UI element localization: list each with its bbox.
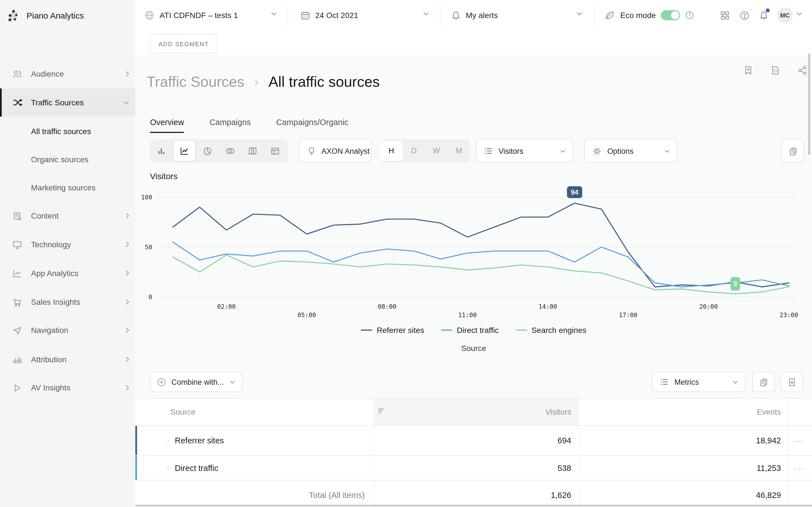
sidebar-item-navigation[interactable]: Navigation bbox=[0, 318, 135, 342]
download-button[interactable] bbox=[780, 372, 803, 392]
date-selector-value: 24 Oct 2021 bbox=[315, 11, 358, 20]
copy-chart-button[interactable] bbox=[781, 139, 804, 163]
sidebar-item-technology[interactable]: Technology bbox=[0, 233, 135, 256]
main-content: ADD SEGMENT D Traffic Sources › All traf… bbox=[135, 31, 812, 507]
combine-with-dropdown[interactable]: Combine with... bbox=[150, 372, 243, 392]
tab-campaigns-organic[interactable]: Campaigns/Organic bbox=[276, 113, 349, 133]
breadcrumb-parent[interactable]: Traffic Sources bbox=[147, 73, 245, 91]
svg-text:20:00: 20:00 bbox=[699, 303, 718, 310]
row-menu-icon[interactable]: ··· bbox=[794, 436, 804, 445]
row-source[interactable]: Direct traffic bbox=[175, 463, 218, 472]
granularity-hour[interactable]: H bbox=[380, 141, 403, 161]
sidebar-item-label: Audience bbox=[31, 69, 64, 78]
column-header-source[interactable]: Source bbox=[170, 407, 195, 416]
chevron-down-icon bbox=[271, 12, 277, 16]
table-icon[interactable] bbox=[264, 139, 287, 163]
sidebar-item-all-traffic-sources[interactable]: All traffic sources bbox=[0, 119, 135, 143]
sidebar-item-audience[interactable]: Audience bbox=[0, 62, 135, 86]
chart-dimension-caption: Source bbox=[135, 344, 812, 353]
granularity-switcher: H D W M bbox=[380, 139, 470, 163]
granularity-month[interactable]: M bbox=[448, 139, 470, 163]
sidebar-item-sales-insights[interactable]: Sales Insights bbox=[0, 290, 135, 314]
sidebar-item-attribution[interactable]: Attribution bbox=[0, 348, 135, 371]
brand: Piano Analytics bbox=[0, 0, 135, 31]
copy-icon bbox=[759, 377, 768, 387]
row-menu-icon[interactable]: ··· bbox=[794, 463, 804, 473]
expand-chevron-icon[interactable]: › bbox=[167, 437, 169, 444]
expand-chevron-icon[interactable]: › bbox=[167, 464, 169, 471]
chevron-down-icon bbox=[732, 380, 738, 384]
sidebar-item-label: Sales Insights bbox=[31, 297, 80, 306]
alerts-selector[interactable]: My alerts bbox=[451, 0, 498, 31]
share-icon[interactable] bbox=[797, 65, 808, 75]
options-dropdown-value: Options bbox=[607, 147, 633, 155]
horizontal-scrollbar[interactable] bbox=[135, 505, 812, 506]
row-visitors: 694 bbox=[558, 436, 571, 445]
copy-table-button[interactable] bbox=[752, 372, 775, 392]
eco-mode-toggle[interactable] bbox=[661, 10, 680, 20]
row-events: 18,942 bbox=[756, 436, 781, 445]
legend-label: Search engines bbox=[531, 326, 587, 335]
granularity-week[interactable]: W bbox=[425, 139, 448, 163]
tab-overview[interactable]: Overview bbox=[150, 113, 184, 133]
account-chevron-down-icon[interactable] bbox=[796, 12, 802, 16]
top-bar: ATI CDFNDF – tests 1 24 Oct 2021 My aler… bbox=[135, 0, 812, 31]
help-icon[interactable] bbox=[740, 11, 749, 20]
row-source[interactable]: Referrer sites bbox=[175, 436, 224, 445]
date-selector[interactable]: 24 Oct 2021 bbox=[301, 0, 358, 31]
export-document-icon[interactable]: D bbox=[770, 65, 780, 75]
site-selector[interactable]: ATI CDFNDF – tests 1 bbox=[144, 0, 238, 31]
options-dropdown[interactable]: Options bbox=[584, 139, 677, 163]
svg-text:08:00: 08:00 bbox=[378, 303, 396, 310]
add-segment-button[interactable]: ADD SEGMENT bbox=[150, 34, 217, 54]
sidebar-item-label: Navigation bbox=[31, 326, 68, 335]
legend-item[interactable]: Search engines bbox=[516, 326, 587, 335]
row-visitors: 538 bbox=[558, 463, 571, 472]
visitors-line-chart[interactable]: 05010002:0005:0008:0011:0014:0017:0020:0… bbox=[135, 180, 812, 321]
venn-diagram-icon[interactable] bbox=[219, 139, 241, 163]
pie-chart-icon[interactable] bbox=[196, 139, 219, 163]
sidebar-item-marketing-sources[interactable]: Marketing sources bbox=[0, 176, 135, 200]
divider bbox=[288, 4, 288, 26]
filter-sort-icon[interactable] bbox=[378, 408, 385, 414]
bar-chart-icon[interactable] bbox=[150, 139, 172, 163]
metric-dropdown[interactable]: Visitors bbox=[476, 139, 573, 163]
svg-text:02:00: 02:00 bbox=[217, 303, 236, 310]
granularity-day[interactable]: D bbox=[403, 139, 425, 163]
legend-item[interactable]: Direct traffic bbox=[441, 326, 499, 335]
notification-dot bbox=[766, 8, 770, 12]
table-row-referrer-sites[interactable]: › Referrer sites 694 18,942 ··· bbox=[135, 426, 812, 456]
total-visitors: 1,626 bbox=[551, 491, 571, 500]
map-icon[interactable] bbox=[241, 139, 264, 163]
sidebar-item-content[interactable]: Content bbox=[0, 204, 135, 228]
bookmark-icon[interactable] bbox=[743, 65, 753, 75]
tab-campaigns[interactable]: Campaigns bbox=[209, 113, 251, 133]
sidebar-item-organic-sources[interactable]: Organic sources bbox=[0, 148, 135, 171]
sidebar-item-traffic-sources[interactable]: Traffic Sources bbox=[0, 89, 135, 117]
chart-line-icon bbox=[12, 269, 22, 278]
sidebar-item-label: Marketing sources bbox=[31, 183, 96, 192]
table-row-direct-traffic[interactable]: › Direct traffic 538 11,253 ··· bbox=[135, 456, 812, 481]
legend-item[interactable]: Referrer sites bbox=[361, 326, 424, 335]
apps-grid-icon[interactable] bbox=[720, 11, 730, 20]
column-header-events[interactable]: Events bbox=[757, 407, 781, 416]
vertical-scrollbar[interactable] bbox=[808, 54, 810, 155]
avatar[interactable]: MC bbox=[777, 7, 793, 23]
sidebar-item-av-insights[interactable]: AV Insights bbox=[0, 376, 135, 399]
metrics-dropdown[interactable]: Metrics bbox=[652, 372, 746, 392]
cursor-icon bbox=[12, 325, 22, 335]
svg-text:D: D bbox=[774, 68, 777, 73]
info-icon[interactable] bbox=[685, 11, 694, 20]
chevron-down-icon bbox=[576, 12, 582, 16]
row-accent-bar bbox=[135, 456, 137, 480]
calendar-icon bbox=[301, 10, 310, 20]
svg-text:0: 0 bbox=[149, 293, 152, 300]
plus-circle-icon bbox=[157, 377, 166, 387]
column-header-visitors[interactable]: Visitors bbox=[546, 407, 571, 416]
legend-swatch bbox=[361, 330, 372, 331]
sidebar-item-app-analytics[interactable]: App Analytics bbox=[0, 262, 135, 285]
notifications-bell-icon[interactable] bbox=[759, 11, 769, 20]
axon-analyst-button[interactable]: AXON Analyst bbox=[299, 139, 371, 163]
legend-swatch bbox=[516, 330, 527, 331]
line-chart-icon[interactable] bbox=[173, 140, 196, 162]
